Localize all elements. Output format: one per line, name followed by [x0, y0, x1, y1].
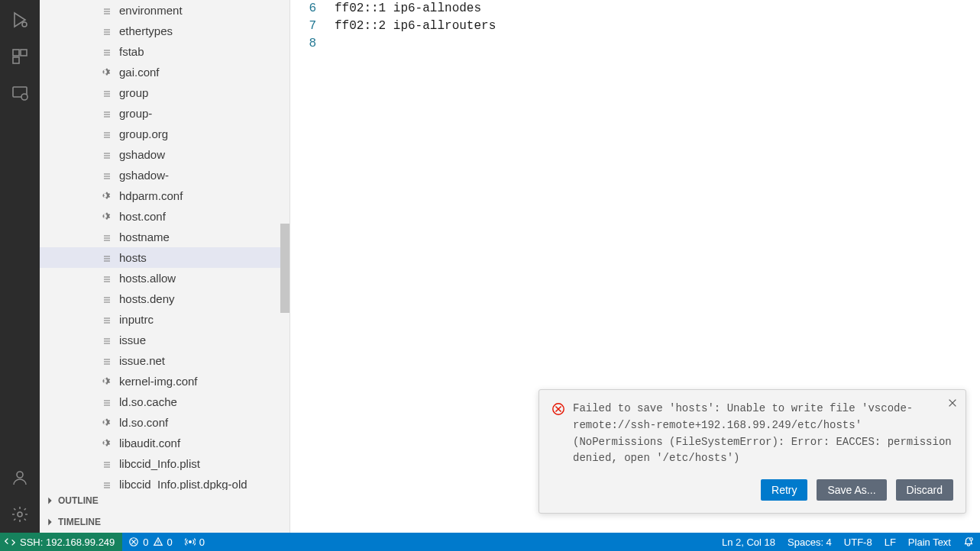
file-icon: [101, 169, 113, 182]
file-item-libccid-Info-plist[interactable]: libccid_Info.plist: [40, 453, 289, 474]
outline-panel-header[interactable]: OUTLINE: [40, 490, 289, 511]
remote-indicator[interactable]: SSH: 192.168.99.249: [0, 533, 122, 551]
file-label: ld.so.conf: [119, 416, 168, 429]
file-icon: [101, 458, 113, 470]
file-icon: [101, 128, 113, 140]
file-icon: [101, 231, 113, 243]
indentation-indicator[interactable]: Spaces: 4: [781, 533, 838, 551]
notification-message: Failed to save 'hosts': Unable to write …: [573, 401, 953, 467]
file-label: hosts.deny: [119, 292, 175, 305]
settings-gear-icon[interactable]: [0, 496, 40, 533]
chevron-right-icon: [44, 495, 55, 506]
timeline-panel-header[interactable]: TIMELINE: [40, 511, 289, 533]
gear-icon: [101, 190, 113, 202]
file-label: ld.so.cache: [119, 395, 177, 408]
file-item-hdparm-conf[interactable]: hdparm.conf: [40, 185, 289, 206]
line-number: 6: [290, 0, 335, 18]
file-item-group[interactable]: group: [40, 82, 289, 103]
file-label: issue.net: [119, 354, 165, 367]
file-item-gai-conf[interactable]: gai.conf: [40, 62, 289, 82]
file-item-hosts-deny[interactable]: hosts.deny: [40, 288, 289, 309]
errors-count: 0: [143, 536, 148, 548]
line-content: ff02::2 ip6-allrouters: [335, 18, 496, 35]
file-icon: [101, 149, 113, 161]
file-item-group-[interactable]: group-: [40, 103, 289, 124]
file-item-ethertypes[interactable]: ethertypes: [40, 21, 289, 41]
file-item-hosts[interactable]: hosts: [40, 247, 289, 268]
accounts-icon[interactable]: [0, 459, 40, 496]
file-item-gshadow-[interactable]: gshadow-: [40, 165, 289, 185]
file-item-ld-so-cache[interactable]: ld.so.cache: [40, 392, 289, 412]
file-item-fstab[interactable]: fstab: [40, 41, 289, 62]
file-item-issue-net[interactable]: issue.net: [40, 350, 289, 371]
file-tree[interactable]: environmentethertypesfstabgai.confgroupg…: [40, 0, 289, 490]
status-bar: SSH: 192.168.99.249 0 0 0 Ln 2, Col 18 S…: [0, 533, 980, 551]
file-label: libccid_Info.plist.dpkg-old: [119, 478, 247, 490]
eol-indicator[interactable]: LF: [878, 533, 902, 551]
file-label: hdparm.conf: [119, 189, 183, 202]
file-label: hosts.allow: [119, 272, 176, 285]
ports-indicator[interactable]: 0: [179, 533, 211, 551]
scrollbar-thumb[interactable]: [280, 224, 289, 313]
svg-rect-1: [13, 50, 19, 56]
file-label: group.org: [119, 127, 168, 140]
problems-indicator[interactable]: 0 0: [122, 533, 178, 551]
file-item-kernel-img-conf[interactable]: kernel-img.conf: [40, 371, 289, 392]
gear-icon: [101, 437, 113, 450]
svg-point-0: [22, 22, 27, 27]
close-icon[interactable]: [947, 398, 958, 412]
editor-area[interactable]: 6ff02::1 ip6-allnodes7ff02::2 ip6-allrou…: [290, 0, 980, 533]
file-icon: [101, 252, 113, 264]
file-label: group: [119, 86, 148, 99]
gear-icon: [101, 211, 113, 223]
file-label: environment: [119, 4, 183, 17]
line-number: 8: [290, 35, 335, 53]
file-item-hostname[interactable]: hostname: [40, 227, 289, 247]
file-icon: [101, 46, 113, 58]
file-item-hosts-allow[interactable]: hosts.allow: [40, 268, 289, 288]
file-icon: [101, 314, 113, 326]
language-mode[interactable]: Plain Text: [902, 533, 957, 551]
file-label: kernel-img.conf: [119, 375, 198, 388]
file-label: gshadow: [119, 148, 165, 161]
timeline-label: TIMELINE: [58, 517, 101, 527]
file-label: group-: [119, 107, 152, 120]
outline-label: OUTLINE: [58, 495, 99, 506]
retry-button[interactable]: Retry: [761, 479, 807, 501]
extensions-icon[interactable]: [0, 38, 40, 75]
file-label: libaudit.conf: [119, 437, 180, 450]
chevron-right-icon: [44, 517, 55, 527]
file-icon: [101, 5, 113, 17]
file-item-gshadow[interactable]: gshadow: [40, 144, 289, 165]
file-icon: [101, 272, 113, 285]
encoding-indicator[interactable]: UTF-8: [838, 533, 878, 551]
save-as-button[interactable]: Save As...: [817, 479, 886, 501]
editor-line[interactable]: 6ff02::1 ip6-allnodes: [290, 0, 980, 18]
gear-icon: [101, 417, 113, 429]
file-label: gshadow-: [119, 169, 169, 182]
file-item-libccid-Info-plist-dpkg-old[interactable]: libccid_Info.plist.dpkg-old: [40, 474, 289, 490]
file-item-group-org[interactable]: group.org: [40, 124, 289, 144]
file-item-issue[interactable]: issue: [40, 330, 289, 350]
svg-rect-2: [21, 50, 27, 56]
notifications-bell-icon[interactable]: [957, 533, 980, 551]
file-label: fstab: [119, 45, 144, 58]
file-item-host-conf[interactable]: host.conf: [40, 206, 289, 227]
svg-point-10: [189, 541, 191, 543]
file-item-environment[interactable]: environment: [40, 0, 289, 21]
remote-explorer-icon[interactable]: [0, 75, 40, 111]
editor-line[interactable]: 7ff02::2 ip6-allrouters: [290, 18, 980, 35]
run-debug-icon[interactable]: [0, 2, 40, 38]
cursor-position[interactable]: Ln 2, Col 18: [716, 533, 781, 551]
svg-point-7: [18, 512, 22, 517]
file-item-libaudit-conf[interactable]: libaudit.conf: [40, 433, 289, 453]
file-item-inputrc[interactable]: inputrc: [40, 309, 289, 330]
discard-button[interactable]: Discard: [896, 479, 953, 501]
file-item-ld-so-conf[interactable]: ld.so.conf: [40, 412, 289, 433]
editor-line[interactable]: 8: [290, 35, 980, 53]
file-icon: [101, 355, 113, 367]
line-number: 7: [290, 18, 335, 35]
gear-icon: [101, 375, 113, 388]
remote-host-label: SSH: 192.168.99.249: [20, 536, 115, 548]
gear-icon: [101, 66, 113, 79]
